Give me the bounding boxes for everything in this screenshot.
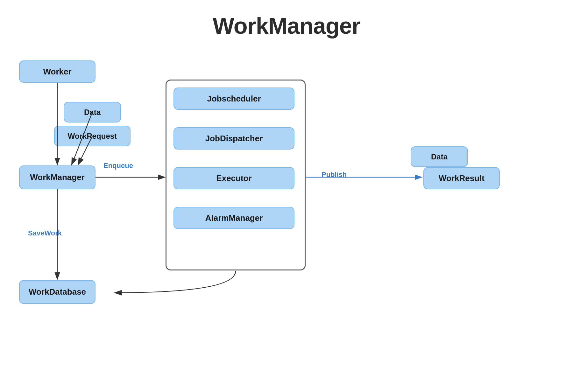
alarm-manager-node: AlarmManager [173, 207, 294, 229]
save-work-label: SaveWork [28, 229, 62, 237]
job-dispatcher-node: JobDispatcher [173, 127, 294, 150]
data-node: Data [64, 102, 121, 122]
work-result-node: WorkResult [423, 167, 500, 189]
diagram: Worker Data WorkRequest WorkManager Work… [0, 51, 573, 392]
work-manager-node: WorkManager [19, 165, 96, 189]
executor-node: Executor [173, 167, 294, 189]
worker-node: Worker [19, 60, 96, 83]
jobscheduler-node: Jobscheduler [173, 88, 294, 110]
publish-label: Publish [322, 171, 347, 179]
work-database-node: WorkDatabase [19, 280, 96, 304]
enqueue-label: Enqueue [103, 162, 133, 170]
data-result-node: Data [411, 146, 468, 167]
work-request-node: WorkRequest [54, 126, 131, 146]
page-title: WorkManager [0, 0, 573, 39]
